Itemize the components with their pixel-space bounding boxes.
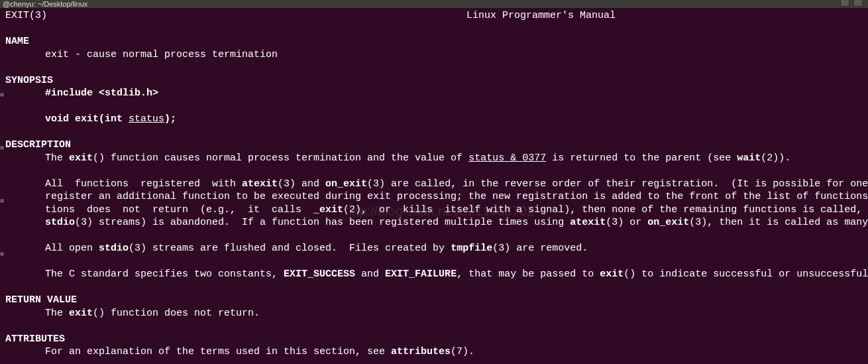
attr-line: For an explanation of the terms used in …: [5, 345, 863, 359]
section-attributes: ATTRIBUTES: [5, 333, 863, 346]
txt: () to indicate successful or unsuccessfu…: [624, 269, 868, 280]
window-icon: [853, 0, 863, 7]
man-header-center: Linux Programmer's Manual: [466, 9, 616, 23]
txt: (3) are removed.: [492, 243, 588, 254]
txt: (2)).: [761, 152, 790, 164]
txt: is returned to the parent (see: [546, 152, 737, 164]
txt: , that may be passed to: [457, 269, 600, 280]
synopsis-include: #include <stdlib.h>: [5, 87, 863, 100]
fn-onexit: on_exit: [325, 178, 367, 190]
txt: All functions registered with: [45, 178, 242, 190]
txt: (3) are called, in the reverse order of …: [367, 178, 868, 190]
desc-line: stdio(3) streams) is abandoned. If a fun…: [5, 216, 863, 229]
proto-post: );: [164, 113, 176, 125]
launcher-dot: [0, 199, 4, 203]
blank-line: [5, 255, 863, 269]
desc-line: All open stdio(3) streams are flushed an…: [5, 242, 863, 255]
txt: () function does not return.: [93, 308, 260, 319]
txt: (7).: [451, 346, 474, 357]
txt: (3) streams are flushed and closed. File…: [129, 243, 451, 254]
fn-underscore-exit: _exit: [313, 204, 343, 215]
desc-line: All functions registered with atexit(3) …: [5, 178, 863, 191]
launcher-dot: [0, 93, 4, 97]
blank-line: [5, 229, 863, 243]
txt: () function causes normal process termin…: [93, 152, 468, 164]
section-description: DESCRIPTION: [5, 139, 863, 152]
txt: The: [45, 152, 69, 164]
blank-line: [5, 61, 863, 74]
const-success: EXIT_SUCCESS: [284, 269, 355, 280]
fn-wait: wait: [737, 152, 761, 164]
desc-line: The C standard specifies two constants, …: [5, 268, 863, 281]
fn-attributes: attributes: [391, 346, 451, 357]
fn-stdio: stdio: [99, 243, 129, 254]
txt: For an explanation of the terms used in …: [45, 346, 391, 357]
blank-line: [5, 23, 863, 36]
section-name: NAME: [5, 35, 863, 48]
fn-atexit: atexit: [242, 178, 278, 190]
proto-arg: status: [129, 113, 164, 125]
fn-atexit: atexit: [570, 217, 606, 228]
txt: (3) streams) is abandoned. If a function…: [75, 217, 570, 228]
fn-exit: exit: [69, 308, 93, 319]
name-text: exit - cause normal process termination: [5, 48, 863, 62]
fn-stdio: stdio: [45, 217, 75, 228]
window-icon: [840, 0, 849, 7]
desc-line: The exit() function causes normal proces…: [5, 152, 863, 165]
fn-exit: exit: [600, 269, 624, 280]
const-failure: EXIT_FAILURE: [385, 269, 457, 280]
blank-line: [5, 281, 863, 294]
fn-exit: exit: [69, 152, 93, 164]
txt: (3) and: [278, 178, 325, 190]
titlebar-text: @chenyu: ~/Desktop/linux: [3, 0, 87, 9]
synopsis-proto: void exit(int status);: [5, 113, 863, 126]
amp: &: [504, 152, 522, 164]
txt: tions does not return (e.g., it calls: [45, 204, 313, 215]
man-header-left: EXIT(3): [5, 9, 47, 23]
fn-onexit: on_exit: [647, 217, 689, 228]
window-titlebar: @chenyu: ~/Desktop/linux: [0, 0, 868, 8]
return-line: The exit() function does not return.: [5, 307, 863, 320]
section-return: RETURN VALUE: [5, 294, 863, 307]
txt: (3) or: [606, 217, 647, 228]
blank-line: [5, 100, 863, 113]
txt: (3), then it is called as many: [689, 217, 868, 228]
proto-pre: void exit(int: [45, 113, 129, 125]
launcher-dot: [0, 146, 4, 150]
section-synopsis: SYNOPSIS: [5, 74, 863, 88]
txt: All open: [45, 243, 99, 254]
man-header-row: EXIT(3) Linux Programmer's Manual: [5, 9, 863, 23]
desc-line: register an additional function to be ex…: [5, 190, 863, 204]
txt: and: [355, 269, 385, 280]
launcher-dot: [0, 252, 4, 256]
window-controls: [840, 0, 863, 7]
fn-tmpfile: tmpfile: [451, 243, 492, 254]
terminal-content[interactable]: EXIT(3) Linux Programmer's Manual NAME e…: [0, 8, 868, 364]
txt: (2), or kills itself with a signal), the…: [343, 204, 868, 215]
txt: The C standard specifies two constants,: [45, 269, 284, 280]
blank-line: [5, 164, 863, 178]
octal: 0377: [522, 152, 546, 164]
blank-line: [5, 320, 863, 333]
txt: The: [45, 308, 69, 319]
blank-line: [5, 126, 863, 139]
arg-status: status: [468, 152, 504, 164]
desc-line: tions does not return (e.g., it calls _e…: [5, 204, 863, 217]
